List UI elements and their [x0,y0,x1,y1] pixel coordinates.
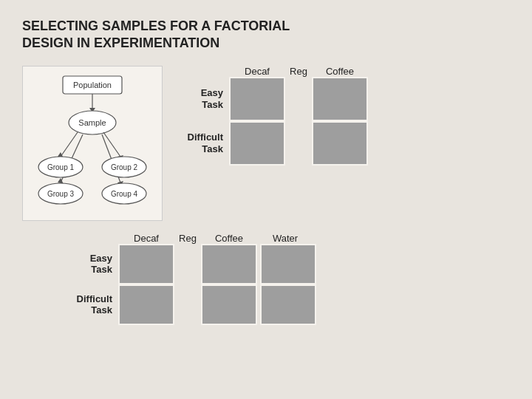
bottom-cell-difficult-gap [174,284,201,325]
top-table-area: Decaf Reg Coffee EasyTask DifficultTask [177,66,368,166]
bottom-table-header-row: Decaf Reg Coffee Water [66,233,316,244]
top-row-difficult: DifficultTask [177,121,368,166]
diagram-svg: Population Sample [30,73,155,214]
content-area: Population Sample [22,66,510,325]
top-cell-difficult-decaf [229,121,285,166]
top-table: Decaf Reg Coffee EasyTask DifficultTask [177,66,368,166]
top-col-decaf: Decaf [229,66,285,77]
svg-text:Population: Population [73,81,112,89]
bottom-cell-easy-gap [174,244,201,284]
top-cell-easy-gap [285,77,312,121]
svg-text:Group 1: Group 1 [47,163,75,171]
bottom-cell-difficult-water [260,284,316,325]
bottom-cell-easy-water [260,244,316,284]
diagram-box: Population Sample [22,66,163,221]
svg-text:Group 3: Group 3 [47,190,75,198]
page-title: SELECTING SAMPLES FOR A FACTORIAL DESIGN… [22,18,510,52]
top-col-reg: Reg [285,66,312,77]
bottom-cell-difficult-coffee [201,284,257,325]
bottom-cell-easy-decaf [118,244,174,284]
bottom-cell-easy-coffee [201,244,257,284]
page: SELECTING SAMPLES FOR A FACTORIAL DESIGN… [0,0,532,399]
bottom-col-water: Water [257,233,313,244]
top-row-easy: EasyTask [177,77,368,121]
top-row-difficult-label: DifficultTask [177,132,229,154]
top-cell-easy-decaf [229,77,285,121]
top-cell-difficult-coffee [312,121,368,166]
top-cell-easy-coffee [312,77,368,121]
top-table-header-row: Decaf Reg Coffee [177,66,368,77]
bottom-row-easy: EasyTask [66,244,316,284]
bottom-row-difficult: DifficultTask [66,284,316,325]
svg-line-6 [61,132,78,157]
svg-text:Group 2: Group 2 [111,163,138,171]
top-row-easy-label: EasyTask [177,87,229,110]
svg-text:Group 4: Group 4 [111,190,138,198]
top-section: Population Sample [22,66,510,221]
bottom-cell-difficult-decaf [118,284,174,325]
bottom-table-area: Decaf Reg Coffee Water EasyTask Difficul… [66,233,316,325]
bottom-col-reg: Reg [174,233,201,244]
bottom-section: Decaf Reg Coffee Water EasyTask Difficul… [22,233,510,325]
top-cell-difficult-gap [285,121,312,166]
bottom-col-decaf: Decaf [118,233,174,244]
top-col-coffee: Coffee [312,66,368,77]
bottom-col-coffee: Coffee [201,233,257,244]
bottom-row-difficult-label: DifficultTask [66,293,118,316]
bottom-row-easy-label: EasyTask [66,253,118,276]
svg-text:Sample: Sample [78,118,106,127]
